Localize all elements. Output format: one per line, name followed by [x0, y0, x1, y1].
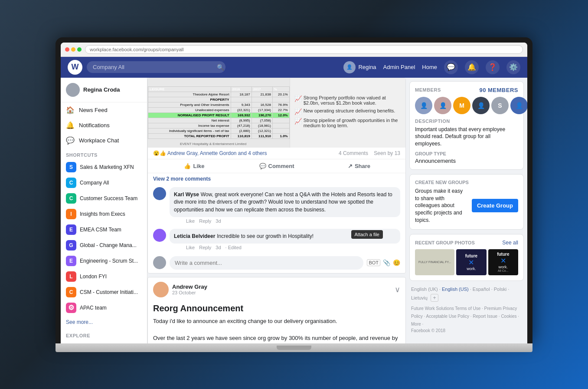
comment-text-1: Wow, great work everyone! Can we host a … — [174, 191, 392, 213]
lang-pl[interactable]: Polski — [494, 287, 506, 292]
share-button[interactable]: ↗ Share — [318, 160, 400, 172]
comment-like-2[interactable]: Like — [186, 245, 195, 250]
sidebar: Regina Croda 🏠 News Feed 🔔 Notifications… — [61, 78, 147, 343]
url-bar[interactable]: workplace.facebook.com/groups/companyall — [85, 45, 523, 54]
comment-time-2: 3d — [216, 245, 221, 250]
footer-copyright: Facebook © 2018 — [409, 328, 524, 333]
shortcut-csm[interactable]: C CSM - Customer Initiati... — [61, 284, 147, 300]
news-feed: LEISURE20162017% Theodore Alpine Resort1… — [147, 78, 406, 343]
view-more-comments[interactable]: View 2 more comments — [148, 173, 405, 185]
shortcut-london[interactable]: L London FYI — [61, 269, 147, 284]
help-icon[interactable]: ❓ — [486, 60, 500, 74]
topnav-right: 👤 Regina Admin Panel Home 💬 🔔 ❓ ⚙️ — [343, 60, 520, 74]
members-count[interactable]: 90 members — [479, 87, 518, 93]
sidebar-item-newsfeed[interactable]: 🏠 News Feed — [61, 102, 147, 118]
comment-icon: 💬 — [259, 163, 266, 169]
comment-actions-2: Like Reply 3d · Edited Attach a file — [170, 245, 400, 250]
shortcut-icon-sales: S — [66, 162, 76, 172]
member-avatar-6[interactable]: 👤 — [510, 97, 527, 114]
bullet-2: 📈 New operating structure delivering ben… — [294, 108, 401, 115]
lang-en-uk[interactable]: English (UK) — [411, 287, 438, 292]
add-language-btn[interactable]: + — [431, 294, 438, 302]
create-group-button[interactable]: Create Group — [472, 199, 518, 212]
post2-title: Reorg Announcement — [148, 302, 405, 317]
sidebar-user[interactable]: Regina Croda — [61, 78, 147, 102]
comment-avatar-1 — [153, 187, 166, 200]
explore-groups[interactable]: 👥 Groups 2 — [61, 340, 147, 343]
post-card-1: LEISURE20162017% Theodore Alpine Resort1… — [147, 78, 406, 274]
maximize-dot[interactable] — [77, 47, 82, 52]
shortcut-icon-global: G — [66, 240, 76, 251]
footer-terms[interactable]: Future Work Solutions Terms of Use — [411, 306, 480, 311]
member-avatar-1[interactable]: 👤 — [415, 97, 432, 114]
shortcut-company-all[interactable]: C Company All — [61, 175, 147, 191]
photo-thumb-2[interactable]: future ✕ work. — [456, 249, 486, 275]
sidebar-newsfeed-label: News Feed — [79, 107, 108, 113]
lang-en-us[interactable]: English (US) — [442, 287, 469, 292]
sidebar-item-chat[interactable]: 💬 Workplace Chat — [61, 133, 147, 148]
home-link[interactable]: Home — [422, 64, 437, 70]
shortcut-icon-insights: I — [66, 209, 76, 219]
member-avatar-2[interactable]: 👤 — [434, 97, 451, 114]
post2-avatar — [153, 282, 169, 297]
member-avatar-5[interactable]: S — [491, 97, 509, 114]
topnav-user[interactable]: 👤 Regina — [343, 61, 376, 73]
recent-photos-card: RECENT GROUP PHOTOS See all FULLY FINANC… — [409, 234, 524, 281]
see-more-item[interactable]: See more... — [61, 316, 147, 329]
emoji-icon[interactable]: 😊 — [393, 259, 400, 266]
comment-author-2[interactable]: Leticia Belvideer — [174, 233, 215, 239]
comment-edited: · Edited — [225, 245, 242, 250]
laptop-wrapper: workplace.facebook.com/groups/companyall… — [56, 37, 532, 352]
footer-report[interactable]: Report Issue — [473, 314, 497, 319]
members-avatars: 👤 👤 M 👤 S 👤 — [415, 97, 518, 114]
bullet-1: 📈 Strong Property portfolio now valued a… — [294, 95, 401, 105]
comment-button[interactable]: 💬 Comment — [235, 160, 318, 172]
footer-acceptable[interactable]: Acceptable Use Policy — [426, 314, 469, 319]
search-input[interactable] — [87, 61, 225, 73]
workplace-logo[interactable]: W — [68, 60, 82, 75]
attachment-icon[interactable]: 📎 — [383, 259, 390, 266]
shortcut-apac[interactable]: ⚙ APAC team — [61, 300, 147, 316]
shortcut-global-change[interactable]: G Global - Change Mana... — [61, 237, 147, 253]
shortcut-label-london: London FYI — [80, 274, 107, 280]
photo-thumb-3[interactable]: future ✕ work. All Co... — [488, 249, 518, 275]
comments-count[interactable]: 4 Comments — [339, 150, 368, 156]
admin-panel-link[interactable]: Admin Panel — [383, 64, 415, 70]
bot-icon: BOT — [367, 259, 380, 266]
sidebar-item-notifications[interactable]: 🔔 Notifications — [61, 118, 147, 133]
footer-more[interactable]: More — [411, 322, 421, 326]
post-reactions: 😮👍 Andrew Gray, Annette Gordon and 4 oth… — [148, 148, 405, 159]
member-avatar-3[interactable]: M — [453, 97, 470, 114]
comment-like-1[interactable]: Like — [186, 218, 195, 224]
chart-icon-2: 📈 — [294, 108, 302, 115]
post2-author[interactable]: Andrew Gray — [172, 284, 391, 290]
shortcut-icon-cst: C — [66, 193, 76, 204]
comment-author-1[interactable]: Karl Wyse — [174, 191, 199, 198]
description-title: DESCRIPTION — [415, 119, 518, 124]
shortcut-sales-marketing[interactable]: S Sales & Marketing XFN — [61, 159, 147, 175]
bullet-text-1: Strong Property portfolio now valued at … — [304, 95, 401, 105]
photo-thumb-1[interactable]: FULLY FINANCIAL FY... — [415, 249, 454, 275]
chat-icon[interactable]: 💬 — [444, 60, 458, 74]
shortcut-label-eng: Engineering - Scrum St... — [80, 258, 138, 264]
bell-icon[interactable]: 🔔 — [465, 60, 479, 74]
shortcut-insights-execs[interactable]: I Insights from Execs — [61, 206, 147, 222]
main-layout: Regina Croda 🏠 News Feed 🔔 Notifications… — [61, 78, 527, 343]
comment-reply-1[interactable]: Reply — [199, 218, 211, 224]
post2-menu-icon[interactable]: ∨ — [395, 285, 400, 294]
comment-input[interactable] — [170, 256, 363, 270]
lang-es[interactable]: Español — [473, 287, 490, 292]
shortcut-engineering[interactable]: E Engineering - Scrum St... — [61, 253, 147, 269]
close-dot[interactable] — [65, 47, 69, 52]
shortcut-customer-success[interactable]: C Customer Success Team — [61, 191, 147, 206]
footer-cookies[interactable]: Cookies — [501, 314, 516, 319]
member-avatar-4[interactable]: 👤 — [472, 97, 490, 114]
minimize-dot[interactable] — [71, 47, 75, 52]
see-all-link[interactable]: See all — [502, 240, 518, 246]
shortcut-emea[interactable]: E EMEA CSM Team — [61, 222, 147, 237]
settings-icon[interactable]: ⚙️ — [506, 60, 520, 74]
like-button[interactable]: 👍 Like — [153, 160, 235, 172]
comment-actions-1: Like Reply 3d — [170, 218, 400, 224]
lang-lt[interactable]: Lietuvių — [411, 295, 428, 300]
comment-reply-2[interactable]: Reply — [199, 245, 211, 250]
